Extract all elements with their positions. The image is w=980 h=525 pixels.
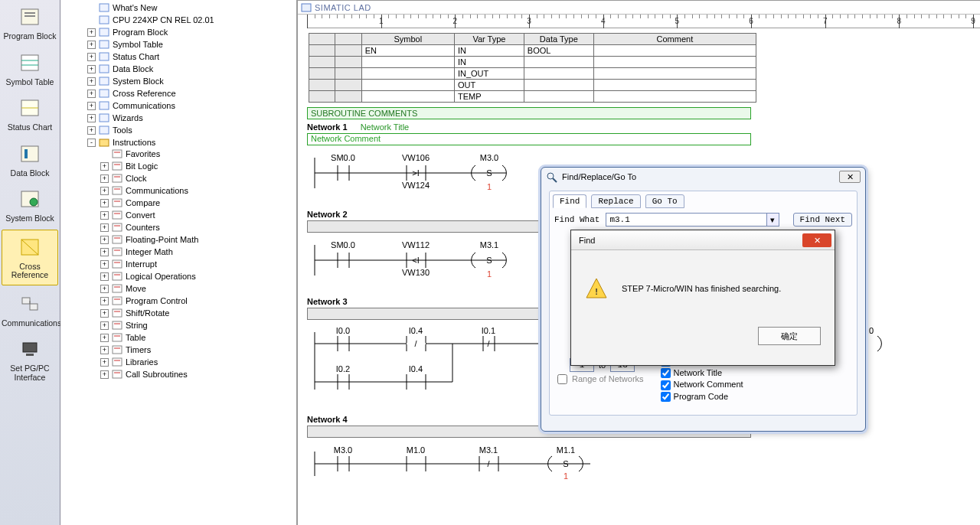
dialog-titlebar[interactable]: Find/Replace/Go To ✕	[541, 168, 865, 186]
expand-icon[interactable]: +	[100, 187, 109, 195]
message-titlebar[interactable]: Find ✕	[571, 230, 835, 250]
nav-item-cross-reference[interactable]: Cross Reference	[2, 230, 58, 285]
nav-item-status-chart[interactable]: Status Chart	[0, 91, 60, 137]
expand-icon[interactable]: +	[100, 297, 109, 305]
tree-item[interactable]: What's New	[87, 2, 296, 13]
expand-icon[interactable]	[87, 4, 96, 12]
tree-item[interactable]: + Libraries	[100, 357, 296, 367]
expand-icon[interactable]: +	[87, 53, 96, 61]
expand-icon[interactable]: +	[100, 236, 109, 244]
network-comment[interactable]: Network Comment	[307, 133, 751, 145]
tree-item[interactable]: + Status Chart	[87, 51, 296, 62]
tree-item[interactable]: + Counters	[100, 222, 296, 233]
tree-item[interactable]: + Clock	[100, 173, 296, 184]
expand-icon[interactable]: +	[100, 358, 109, 367]
expand-icon[interactable]: +	[100, 285, 109, 293]
check-program-code[interactable]	[661, 392, 671, 402]
expand-icon[interactable]: -	[87, 139, 96, 147]
find-what-input[interactable]	[606, 213, 766, 227]
tree-item[interactable]: + Call Subroutines	[100, 369, 296, 380]
tree-item[interactable]: + Move	[100, 283, 296, 294]
range-checkbox[interactable]	[557, 374, 567, 384]
nav-item-set-pgpc-interface[interactable]: Set PG/PC Interface	[0, 332, 60, 386]
tree-item-instructions[interactable]: - Instructions	[87, 137, 296, 148]
expand-icon[interactable]: +	[100, 223, 109, 232]
table-row[interactable]: TEMP	[309, 91, 756, 103]
ok-button[interactable]: 确定	[758, 327, 821, 345]
table-row[interactable]: IN_OUT	[309, 68, 756, 80]
tree-item[interactable]: + System Block	[87, 76, 296, 86]
tree-item[interactable]: + String	[100, 320, 296, 331]
expand-icon[interactable]: +	[100, 248, 109, 256]
tree-item[interactable]: + Symbol Table	[87, 39, 296, 50]
close-button[interactable]: ✕	[839, 171, 861, 183]
range-label: Range of Networks	[572, 374, 644, 383]
tree-item[interactable]: Favorites	[100, 148, 296, 159]
expand-icon[interactable]: +	[87, 77, 96, 86]
tree-item[interactable]: + Convert	[100, 210, 296, 220]
expand-icon[interactable]: +	[100, 199, 109, 207]
tab-replace[interactable]: Replace	[591, 194, 640, 208]
tree-item-label: Program Control	[126, 296, 188, 305]
tree-item[interactable]: + Program Control	[100, 295, 296, 306]
expand-icon[interactable]: +	[100, 162, 109, 171]
ladder-network-4[interactable]: M3.0 M1.0 M3.1 / M1.1 S 1	[307, 442, 766, 481]
network-title[interactable]: Network Title	[361, 122, 410, 132]
expand-icon[interactable]: +	[100, 272, 109, 281]
expand-icon[interactable]	[100, 150, 109, 158]
tree-item[interactable]: + Interrupt	[100, 259, 296, 269]
subroutine-comments[interactable]: SUBROUTINE COMMENTS	[307, 107, 751, 119]
expand-icon[interactable]: +	[100, 334, 109, 342]
tree-item[interactable]: + Program Block	[87, 27, 296, 38]
expand-icon[interactable]: +	[100, 346, 109, 354]
tree-item[interactable]: CPU 224XP CN REL 02.01	[87, 15, 296, 25]
variable-table[interactable]: Symbol Var Type Data Type Comment ENINBO…	[309, 33, 756, 103]
expand-icon[interactable]: +	[87, 28, 96, 37]
project-tree-pane[interactable]: What's New CPU 224XP CN REL 02.01 + Prog…	[60, 0, 298, 525]
tree-item[interactable]: + Floating-Point Math	[100, 234, 296, 245]
tree-item[interactable]: + Logical Operations	[100, 271, 296, 282]
tree-item[interactable]: + Data Block	[87, 64, 296, 74]
table-row[interactable]: ENINBOOL	[309, 45, 756, 57]
find-next-button[interactable]: Find Next	[793, 213, 852, 227]
tree-item[interactable]: + Bit Logic	[100, 161, 296, 171]
check-network-comment[interactable]	[661, 380, 671, 390]
tab-goto[interactable]: Go To	[645, 194, 684, 208]
nav-item-communications[interactable]: Communications	[0, 287, 60, 333]
nav-item-data-block[interactable]: Data Block	[0, 137, 60, 183]
expand-icon[interactable]	[87, 16, 96, 24]
tab-find[interactable]: Find	[553, 194, 586, 208]
expand-icon[interactable]: +	[87, 114, 96, 122]
tree-item[interactable]: + Wizards	[87, 112, 296, 123]
check-network-title[interactable]	[661, 368, 671, 378]
tree-item[interactable]: + Communications	[87, 100, 296, 111]
expand-icon[interactable]: +	[100, 260, 109, 269]
tree-item[interactable]: + Tools	[87, 125, 296, 135]
tree-item[interactable]: + Communications	[100, 185, 296, 196]
svg-text:VW124: VW124	[402, 181, 430, 190]
expand-icon[interactable]: +	[100, 309, 109, 318]
tree-item[interactable]: + Table	[100, 332, 296, 343]
tree-item[interactable]: + Cross Reference	[87, 88, 296, 99]
close-button[interactable]: ✕	[802, 233, 831, 247]
expand-icon[interactable]: +	[87, 41, 96, 49]
table-row[interactable]: OUT	[309, 80, 756, 91]
tree-item[interactable]: + Integer Math	[100, 246, 296, 257]
nav-item-program-block[interactable]: Program Block	[0, 0, 60, 46]
nav-item-system-block[interactable]: System Block	[0, 182, 60, 228]
expand-icon[interactable]: +	[100, 321, 109, 330]
nav-item-symbol-table[interactable]: Symbol Table	[0, 46, 60, 92]
expand-icon[interactable]: +	[87, 102, 96, 110]
tree-item[interactable]: + Timers	[100, 344, 296, 355]
expand-icon[interactable]: +	[100, 211, 109, 220]
dropdown-button[interactable]: ▾	[767, 213, 779, 227]
tree-item[interactable]: + Compare	[100, 197, 296, 208]
expand-icon[interactable]: +	[87, 90, 96, 98]
tree-item[interactable]: + Shift/Rotate	[100, 308, 296, 318]
expand-icon[interactable]: +	[100, 370, 109, 379]
expand-icon[interactable]: +	[87, 65, 96, 73]
table-row[interactable]: IN	[309, 57, 756, 68]
svg-text:M1.0: M1.0	[407, 445, 425, 455]
expand-icon[interactable]: +	[100, 174, 109, 183]
expand-icon[interactable]: +	[87, 126, 96, 135]
